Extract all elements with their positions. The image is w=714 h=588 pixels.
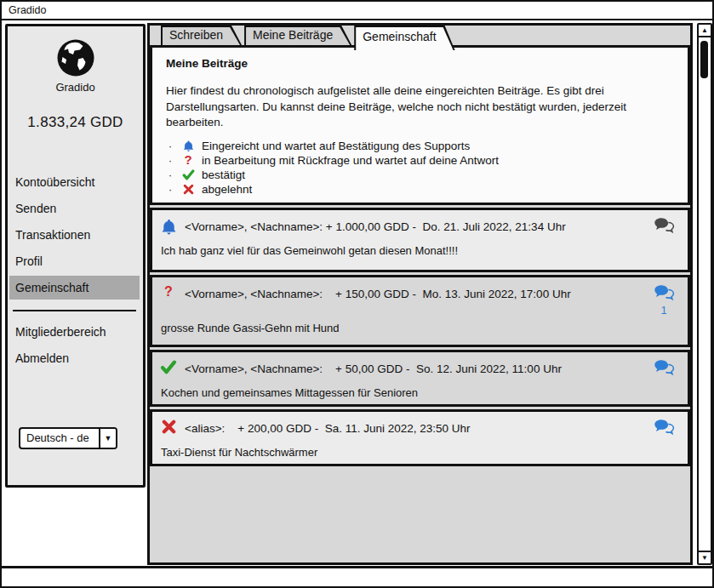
sidebar-item-senden[interactable]: Senden [9, 197, 140, 220]
sidebar-item-abmelden[interactable]: Abmelden [9, 346, 140, 370]
sidebar-item-kontouebersicht[interactable]: Kontoübersicht [9, 170, 140, 194]
legend-text: Eingereicht und wartet auf Bestätigung d… [202, 140, 470, 152]
intro-paragraph: Hier findest du chronologisch aufgeliste… [166, 83, 674, 131]
card-title: <Vorname>, <Nachname>: + 50,00 GDD - So.… [185, 359, 650, 375]
contribution-card[interactable]: <alias>: + 200,00 GDD - Sa. 11. Juni 202… [150, 409, 690, 466]
card-body-text: Kochen und gemeinsames Mittagessen für S… [161, 386, 677, 399]
question-icon: ? [180, 153, 196, 167]
chat-icon[interactable] [654, 419, 675, 440]
legend-item: · bestätigt [166, 168, 674, 182]
language-select-value[interactable]: Deutsch - de [20, 429, 99, 448]
legend-text: bestätigt [202, 168, 245, 181]
sidebar-item-mitgliederbereich[interactable]: Mitgliederbereich [9, 320, 140, 344]
tab-bar: Schreiben Meine Beiträge Gemeinschaft [161, 26, 458, 45]
chat-count: 1 [650, 305, 677, 316]
card-header: <alias>: + 200,00 GDD - Sa. 11. Juni 202… [159, 419, 677, 440]
card-header: <Vorname>, <Nachname>: + 50,00 GDD - So.… [159, 359, 677, 380]
legend-item: · ? in Bearbeitung mit Rückfrage und war… [166, 153, 674, 168]
balance-amount: 1.833,24 GDD [8, 114, 143, 131]
tab-schreiben[interactable]: Schreiben [161, 26, 242, 45]
tab-meine-beitraege-label: Meine Beiträge [244, 26, 351, 45]
contribution-card[interactable]: <Vorname>, <Nachname>: + 50,00 GDD - So.… [150, 350, 690, 407]
card-body-text: grosse Runde Gassi-Gehn mit Hund [161, 322, 677, 334]
cross-icon [180, 184, 196, 195]
sidebar-item-profil[interactable]: Profil [9, 249, 140, 273]
legend-text: in Bearbeitung mit Rückfrage und wartet … [202, 154, 499, 167]
card-title: <Vorname>, <Nachname>: + 150,00 GDD - Mo… [185, 284, 650, 300]
check-icon [159, 359, 178, 374]
question-icon: ? [159, 284, 178, 299]
tab-meine-beitraege[interactable]: Meine Beiträge [244, 26, 351, 45]
contribution-card[interactable]: <Vorname>, <Nachname>: + 1.000,00 GDD - … [150, 208, 690, 272]
legend-text: abgelehnt [202, 183, 252, 196]
tab-gemeinschaft-label: Gemeinschaft [354, 26, 454, 49]
chat-icon[interactable] [654, 217, 675, 238]
app-body: Gradido 1.833,24 GDD Kontoübersicht Send… [2, 20, 712, 566]
chevron-down-icon[interactable]: ▼ [99, 429, 116, 448]
chat-icon[interactable] [654, 284, 675, 305]
card-header: ? <Vorname>, <Nachname>: + 150,00 GDD - … [159, 284, 677, 316]
cross-icon [159, 419, 178, 434]
bullet-icon: · [166, 183, 174, 196]
vertical-scrollbar[interactable]: ▲ ▼ [697, 23, 712, 565]
bell-icon [159, 217, 178, 236]
scroll-down-icon[interactable]: ▼ [699, 551, 711, 563]
bullet-icon: · [166, 140, 174, 152]
card-body-text: Ich hab ganz viel für das Gemeinwohl get… [161, 244, 677, 257]
card-title: <Vorname>, <Nachname>: + 1.000,00 GDD - … [185, 217, 650, 233]
chat-icon[interactable] [654, 359, 675, 380]
globe-icon [8, 37, 143, 78]
page-title: Meine Beiträge [166, 57, 674, 70]
scrollbar-thumb[interactable] [700, 41, 708, 78]
card-header: <Vorname>, <Nachname>: + 1.000,00 GDD - … [159, 217, 677, 238]
status-legend: · Eingereicht und wartet auf Bestätigung… [166, 139, 674, 197]
sidebar: Gradido 1.833,24 GDD Kontoübersicht Send… [5, 24, 146, 488]
language-select[interactable]: Deutsch - de ▼ [19, 427, 117, 449]
legend-item: · abgelehnt [166, 182, 674, 197]
bell-icon [180, 140, 196, 152]
bullet-icon: · [166, 168, 174, 181]
card-body-text: Taxi-Dienst für Nachtschwärmer [161, 446, 677, 459]
app-window: Gradido Gradido 1.833,24 GDD Kontoübersi… [0, 0, 714, 588]
sidebar-nav: Kontoübersicht Senden Transaktionen Prof… [8, 170, 143, 370]
sidebar-item-gemeinschaft[interactable]: Gemeinschaft [9, 276, 140, 300]
scroll-up-icon[interactable]: ▲ [699, 25, 711, 37]
main-panel: Schreiben Meine Beiträge Gemeinschaft Me… [147, 23, 693, 565]
tab-schreiben-label: Schreiben [161, 26, 242, 45]
bullet-icon: · [166, 154, 174, 167]
legend-item: · Eingereicht und wartet auf Bestätigung… [166, 139, 674, 153]
sidebar-divider [13, 310, 136, 311]
check-icon [180, 169, 196, 180]
card-title: <alias>: + 200,00 GDD - Sa. 11. Juni 202… [185, 419, 650, 435]
window-title: Gradido [2, 2, 712, 20]
brand-label: Gradido [8, 81, 143, 94]
window-footer [2, 566, 712, 582]
contribution-card[interactable]: ? <Vorname>, <Nachname>: + 150,00 GDD - … [150, 275, 690, 347]
intro-panel: Meine Beiträge Hier findest du chronolog… [150, 45, 690, 205]
tab-gemeinschaft[interactable]: Gemeinschaft [354, 26, 454, 50]
sidebar-item-transaktionen[interactable]: Transaktionen [9, 223, 140, 247]
